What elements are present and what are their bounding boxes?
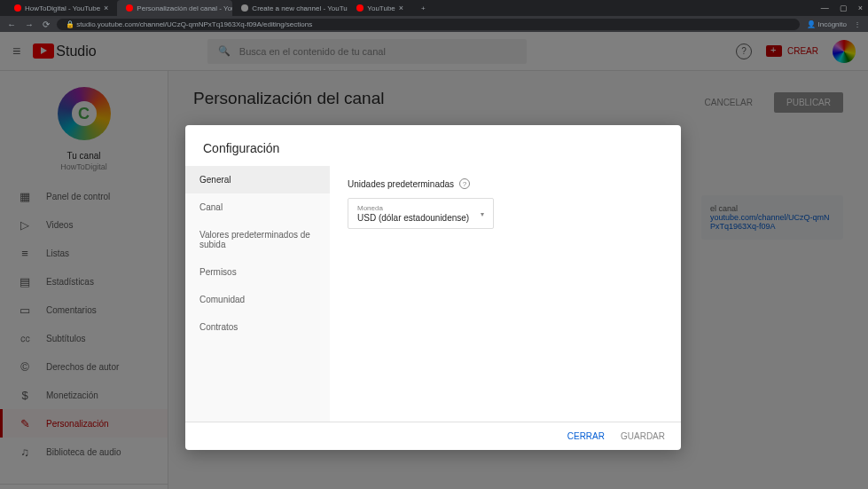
close-button[interactable]: ×	[858, 4, 863, 12]
back-button[interactable]: ←	[7, 20, 16, 29]
browser-menu[interactable]: ⋮	[854, 20, 861, 28]
browser-tab[interactable]: Personalización del canal - YouT×	[117, 0, 232, 16]
modal-nav-upload-defaults[interactable]: Valores predeterminados de subida	[185, 221, 330, 258]
currency-dropdown[interactable]: Moneda USD (dólar estadounidense) ▾	[348, 198, 494, 229]
browser-tabs: HowToDigital - YouTube× Personalización …	[5, 0, 434, 16]
reload-button[interactable]: ⟳	[43, 20, 50, 29]
modal-nav-contracts[interactable]: Contratos	[185, 313, 330, 341]
section-label: Unidades predeterminadas ?	[348, 178, 663, 189]
modal-content: Unidades predeterminadas ? Moneda USD (d…	[330, 166, 681, 422]
modal-title: Configuración	[185, 125, 681, 166]
app: ≡ Studio 🔍 Busca en el contenido de tu c…	[0, 32, 868, 489]
window-controls: — ▢ ×	[821, 4, 863, 12]
dropdown-value: USD (dólar estadounidense)	[357, 213, 484, 223]
browser-titlebar: HowToDigital - YouTube× Personalización …	[0, 0, 868, 16]
url-input[interactable]: 🔒 studio.youtube.com/channel/UCzQ-qmNPxT…	[57, 19, 800, 30]
modal-nav-permissions[interactable]: Permisos	[185, 258, 330, 286]
chevron-down-icon: ▾	[481, 209, 484, 217]
modal-nav-general[interactable]: General	[185, 166, 330, 193]
new-tab-button[interactable]: +	[412, 0, 434, 16]
modal-footer: CERRAR GUARDAR	[185, 422, 681, 450]
address-bar: ← → ⟳ 🔒 studio.youtube.com/channel/UCzQ-…	[0, 16, 868, 32]
settings-modal: Configuración General Canal Valores pred…	[185, 125, 681, 450]
modal-save-button[interactable]: GUARDAR	[621, 431, 665, 441]
modal-close-button[interactable]: CERRAR	[567, 431, 605, 441]
browser-tab[interactable]: Create a new channel - YouTub×	[232, 0, 348, 16]
minimize-button[interactable]: —	[821, 4, 829, 12]
forward-button[interactable]: →	[25, 20, 34, 29]
browser-tab[interactable]: YouTube×	[348, 0, 412, 16]
modal-nav-community[interactable]: Comunidad	[185, 286, 330, 313]
help-icon[interactable]: ?	[459, 178, 470, 189]
incognito-badge: 👤 Incógnito	[807, 20, 847, 28]
browser-tab[interactable]: HowToDigital - YouTube×	[5, 0, 117, 16]
modal-nav-channel[interactable]: Canal	[185, 193, 330, 221]
dropdown-label: Moneda	[357, 204, 484, 212]
maximize-button[interactable]: ▢	[840, 4, 848, 12]
modal-nav: General Canal Valores predeterminados de…	[185, 166, 330, 422]
